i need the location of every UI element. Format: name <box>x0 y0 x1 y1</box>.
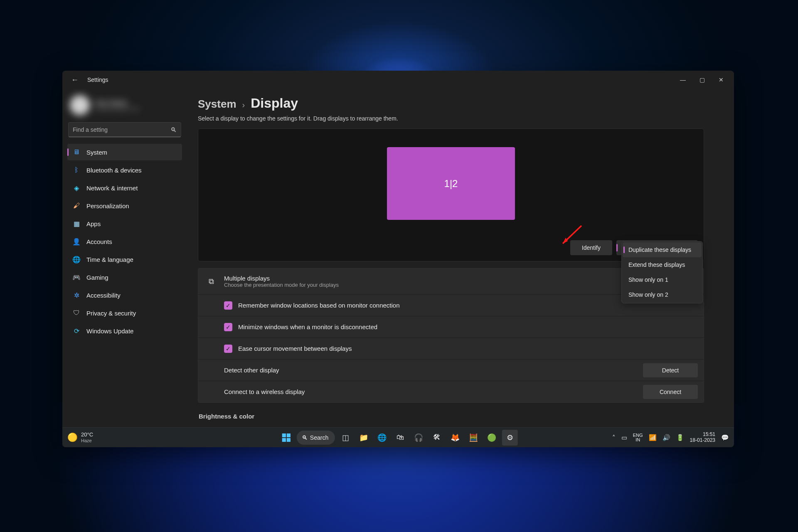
edge-button[interactable]: 🌐 <box>374 430 390 446</box>
apps-icon: ▦ <box>72 219 81 228</box>
nav-label: Accessibility <box>86 292 121 299</box>
minimize-button[interactable]: — <box>673 73 692 86</box>
file-explorer-button[interactable]: 📁 <box>356 430 372 446</box>
page-title: Display <box>251 96 298 111</box>
nav-privacy[interactable]: 🛡 Privacy & security <box>67 305 182 321</box>
brightness-section-header: Brightness & color <box>199 413 704 420</box>
search-input[interactable] <box>73 126 170 133</box>
display-mode-only2[interactable]: Show only on 2 <box>623 287 702 302</box>
settings-window: ← Settings — ▢ ✕ User Name user@example.… <box>62 71 734 447</box>
app-button-1[interactable]: 🎧 <box>411 430 426 446</box>
display-mode-dropdown[interactable]: Duplicate these displays Duplicate these… <box>616 240 698 255</box>
ease-cursor-row[interactable]: ✓ Ease cursor movement between displays <box>198 337 704 359</box>
taskbar: 🟡 20°C Haze 🔍︎ Search ◫ 📁 🌐 🛍 🎧 🛠 🦊 🧮 🟢 <box>62 427 734 447</box>
checkbox-checked-icon[interactable]: ✓ <box>224 301 232 310</box>
checkbox-label: Remember window locations based on monit… <box>238 302 400 309</box>
taskbar-center: 🔍︎ Search ◫ 📁 🌐 🛍 🎧 🛠 🦊 🧮 🟢 ⚙ <box>278 430 518 446</box>
nav-system[interactable]: 🖥 System <box>67 144 182 160</box>
nav-network[interactable]: ◈ Network & internet <box>67 180 182 196</box>
clock[interactable]: 15:51 18-01-2023 <box>690 432 715 443</box>
system-icon: 🖥 <box>72 148 81 156</box>
row-subtitle: Choose the presentation mode for your di… <box>224 282 339 288</box>
weather-icon: 🟡 <box>67 432 78 442</box>
search-icon: 🔍︎ <box>170 126 177 133</box>
search-icon: 🔍︎ <box>302 434 308 441</box>
calculator-button[interactable]: 🧮 <box>466 430 481 446</box>
nav-apps[interactable]: ▦ Apps <box>67 215 182 232</box>
shield-icon: 🛡 <box>72 309 81 317</box>
tray-overflow-button[interactable]: ˄ <box>612 434 616 441</box>
display-mode-duplicate[interactable]: Duplicate these displays <box>623 242 702 257</box>
nav-personalization[interactable]: 🖌 Personalization <box>67 197 182 214</box>
folder-icon: 📁 <box>359 433 368 442</box>
nav-accessibility[interactable]: ✲ Accessibility <box>67 287 182 303</box>
chevron-right-icon: › <box>242 100 245 110</box>
breadcrumb: System › Display <box>198 96 704 111</box>
edge-icon: 🌐 <box>377 433 387 442</box>
battery-tray-icon[interactable]: 🔋 <box>676 434 684 441</box>
update-icon: ⟳ <box>72 327 81 335</box>
detect-display-row: Detect other display Detect <box>198 359 704 381</box>
nav-update[interactable]: ⟳ Windows Update <box>67 323 182 339</box>
weather-widget[interactable]: 🟡 20°C Haze <box>67 432 93 443</box>
page-subtitle: Select a display to change the settings … <box>198 115 704 122</box>
weather-temp: 20°C <box>81 432 93 438</box>
search-settings[interactable]: 🔍︎ <box>68 122 181 137</box>
back-button[interactable]: ← <box>69 74 81 86</box>
connect-button[interactable]: Connect <box>643 385 698 399</box>
nav-label: System <box>86 149 107 156</box>
app-button-2[interactable]: 🛠 <box>429 430 445 446</box>
display-mode-only1[interactable]: Show only on 1 <box>623 272 702 287</box>
chrome-icon: 🟢 <box>487 433 496 442</box>
clock-date: 18-01-2023 <box>690 438 715 443</box>
svg-rect-5 <box>287 438 291 441</box>
settings-taskbar-button[interactable]: ⚙ <box>502 430 518 446</box>
store-button[interactable]: 🛍 <box>392 430 408 446</box>
maximize-button[interactable]: ▢ <box>692 73 712 86</box>
sidebar: User Name user@example.com 🔍︎ 🖥 System ᛒ… <box>62 89 187 427</box>
wifi-icon: ◈ <box>72 184 81 192</box>
start-button[interactable] <box>278 430 294 446</box>
close-button[interactable]: ✕ <box>712 73 731 86</box>
task-view-icon: ◫ <box>342 433 349 442</box>
brush-icon: 🖌 <box>72 202 81 210</box>
bluetooth-icon: ᛒ <box>72 166 81 174</box>
display-mode-menu: Duplicate these displays Extend these di… <box>621 241 703 303</box>
minimize-windows-row[interactable]: ✓ Minimize windows when a monitor is dis… <box>198 316 704 337</box>
language-indicator[interactable]: ENG IN <box>633 433 643 442</box>
taskbar-search[interactable]: 🔍︎ Search <box>297 431 335 445</box>
content-area: System › Display Select a display to cha… <box>187 89 734 427</box>
svg-rect-4 <box>282 438 286 441</box>
task-view-button[interactable]: ◫ <box>337 430 353 446</box>
cast-icon[interactable]: ▭ <box>621 434 627 441</box>
nav-time[interactable]: 🌐 Time & language <box>67 251 182 268</box>
nav-label: Privacy & security <box>86 310 136 317</box>
app-icon: 🎧 <box>414 433 423 442</box>
volume-tray-icon[interactable]: 🔊 <box>663 434 670 441</box>
svg-rect-2 <box>282 433 286 437</box>
display-arrangement-panel[interactable]: 1|2 Identify Duplicate these displays Du… <box>198 128 704 261</box>
user-account[interactable]: User Name user@example.com <box>67 92 182 118</box>
notifications-button[interactable]: 💬 <box>721 434 729 441</box>
nav-bluetooth[interactable]: ᛒ Bluetooth & devices <box>67 162 182 178</box>
identify-button[interactable]: Identify <box>570 240 612 255</box>
nav-accounts[interactable]: 👤 Accounts <box>67 233 182 250</box>
row-title: Multiple displays <box>224 275 339 282</box>
accessibility-icon: ✲ <box>72 291 81 299</box>
firefox-icon: 🦊 <box>451 433 460 442</box>
checkbox-label: Ease cursor movement between displays <box>238 345 352 352</box>
firefox-button[interactable]: 🦊 <box>447 430 463 446</box>
nav-gaming[interactable]: 🎮 Gaming <box>67 269 182 286</box>
checkbox-checked-icon[interactable]: ✓ <box>224 345 232 353</box>
wifi-tray-icon[interactable]: 📶 <box>649 434 657 441</box>
user-name: User Name <box>95 99 139 106</box>
chrome-button[interactable]: 🟢 <box>484 430 500 446</box>
display-mode-extend[interactable]: Extend these displays <box>623 257 702 272</box>
detect-button[interactable]: Detect <box>643 363 698 377</box>
monitor-tile[interactable]: 1|2 <box>387 147 515 220</box>
breadcrumb-parent[interactable]: System <box>198 98 236 111</box>
monitors-icon: ⧉ <box>207 277 216 286</box>
nav-label: Apps <box>86 220 101 227</box>
checkbox-checked-icon[interactable]: ✓ <box>224 323 232 331</box>
gamepad-icon: 🎮 <box>72 273 81 281</box>
